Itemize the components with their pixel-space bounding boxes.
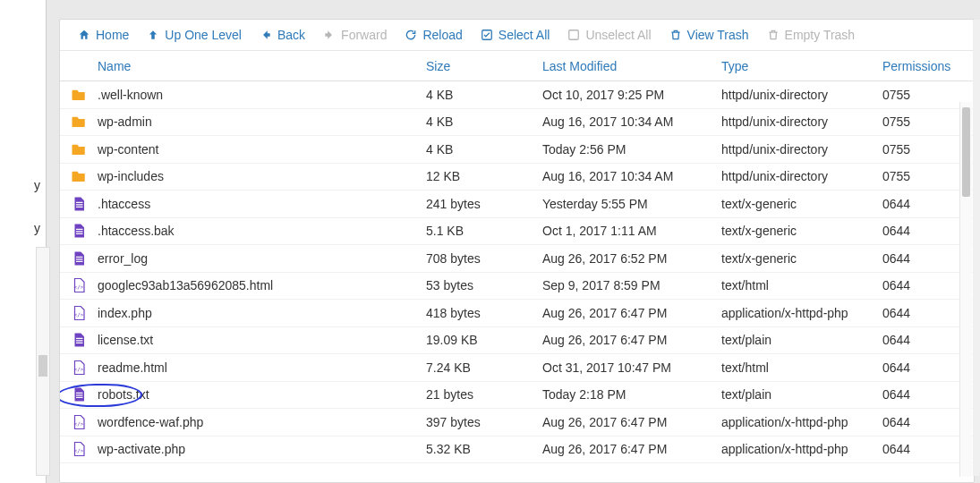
up-level-icon (147, 29, 159, 41)
file-list: .well-known4 KBOct 10, 2017 9:25 PMhttpd… (60, 81, 974, 463)
file-manager-panel: Home Up One Level Back Forward Reload Se… (59, 19, 975, 483)
forward-label: Forward (341, 28, 387, 42)
file-type: httpd/unix-directory (721, 169, 882, 183)
file-modified: Aug 26, 2017 6:47 PM (542, 306, 721, 320)
svg-rect-1 (569, 30, 579, 40)
file-list-scrollbar[interactable] (959, 102, 972, 477)
file-row[interactable]: license.txt19.09 KBAug 26, 2017 6:47 PMt… (60, 327, 974, 355)
file-size: 21 bytes (426, 387, 542, 402)
file-permissions: 0644 (882, 197, 963, 211)
reload-button[interactable]: Reload (396, 24, 471, 46)
doc-icon (71, 250, 87, 267)
column-type[interactable]: Type (721, 59, 882, 73)
folder-icon (71, 114, 87, 130)
file-name: .htaccess.bak (98, 224, 426, 238)
file-name: license.txt (98, 333, 426, 347)
column-size[interactable]: Size (426, 59, 542, 73)
file-name: robots.txt (98, 387, 426, 402)
file-size: 5.1 KB (426, 224, 542, 238)
file-type: httpd/unix-directory (721, 142, 882, 157)
column-last-modified[interactable]: Last Modified (542, 59, 721, 73)
select-all-icon (481, 29, 493, 41)
file-modified: Sep 9, 2017 8:59 PM (542, 278, 721, 292)
file-name: readme.html (98, 360, 426, 375)
unselect-all-button: Unselect All (558, 24, 660, 46)
file-modified: Oct 1, 2017 1:11 AM (542, 224, 721, 238)
file-size: 12 KB (426, 169, 542, 183)
doc-icon (71, 386, 87, 402)
file-row[interactable]: .htaccess241 bytesYesterday 5:55 PMtext/… (60, 191, 974, 218)
scrollbar[interactable] (36, 247, 50, 476)
file-permissions: 0644 (882, 333, 963, 347)
file-row[interactable]: error_log708 bytesAug 26, 2017 6:52 PMte… (60, 245, 974, 273)
doc-icon (71, 196, 87, 212)
unselect-all-label: Unselect All (585, 28, 651, 42)
file-row[interactable]: readme.html7.24 KBOct 31, 2017 10:47 PMt… (60, 354, 974, 382)
column-permissions[interactable]: Permissions (882, 59, 963, 73)
home-icon (78, 29, 90, 41)
column-headers: Name Size Last Modified Type Permissions (60, 51, 974, 81)
doc-icon (71, 223, 87, 239)
file-type: text/x-generic (721, 197, 882, 211)
file-modified: Today 2:56 PM (542, 142, 721, 157)
file-permissions: 0644 (882, 387, 963, 402)
file-row[interactable]: wp-includes12 KBAug 16, 2017 10:34 AMhtt… (60, 164, 974, 191)
file-permissions: 0755 (882, 169, 963, 183)
file-size: 4 KB (426, 142, 542, 157)
file-permissions: 0755 (882, 114, 963, 129)
file-modified: Oct 31, 2017 10:47 PM (542, 360, 721, 375)
file-permissions: 0644 (882, 224, 963, 238)
file-type: text/plain (721, 333, 882, 347)
file-row[interactable]: wordfence-waf.php397 bytesAug 26, 2017 6… (60, 409, 974, 436)
reload-label: Reload (422, 28, 462, 42)
arrow-left-icon (260, 29, 272, 41)
file-row[interactable]: wp-activate.php5.32 KBAug 26, 2017 6:47 … (60, 436, 974, 464)
file-row[interactable]: .well-known4 KBOct 10, 2017 9:25 PMhttpd… (60, 81, 974, 109)
file-permissions: 0644 (882, 251, 963, 266)
file-row[interactable]: googlec93ab13a56962085.html53 bytesSep 9… (60, 273, 974, 301)
doc-icon (71, 332, 87, 348)
view-trash-button[interactable]: View Trash (660, 24, 758, 46)
file-row[interactable]: wp-admin4 KBAug 16, 2017 10:34 AMhttpd/u… (60, 109, 974, 137)
left-fragment: y (34, 178, 40, 192)
file-modified: Yesterday 5:55 PM (542, 197, 721, 211)
file-name: wp-includes (98, 169, 426, 183)
file-row[interactable]: index.php418 bytesAug 26, 2017 6:47 PMap… (60, 300, 974, 327)
file-modified: Aug 16, 2017 10:34 AM (542, 114, 721, 129)
file-row[interactable]: robots.txt21 bytesToday 2:18 PMtext/plai… (60, 382, 974, 410)
home-button[interactable]: Home (69, 24, 138, 46)
file-type: application/x-httpd-php (721, 415, 882, 429)
forward-button: Forward (314, 24, 396, 46)
unselect-all-icon (567, 29, 580, 41)
select-all-button[interactable]: Select All (472, 24, 559, 46)
file-size: 4 KB (426, 114, 542, 129)
back-button[interactable]: Back (251, 24, 314, 46)
file-permissions: 0644 (882, 360, 963, 375)
empty-trash-label: Empty Trash (785, 28, 856, 42)
file-name: googlec93ab13a56962085.html (98, 278, 426, 292)
code-icon (71, 277, 87, 293)
file-permissions: 0644 (882, 278, 963, 292)
code-icon (71, 414, 87, 430)
file-permissions: 0644 (882, 306, 963, 320)
file-type: text/x-generic (721, 224, 882, 238)
file-name: .htaccess (98, 197, 426, 211)
file-size: 5.32 KB (426, 442, 542, 456)
file-size: 7.24 KB (426, 360, 542, 375)
file-row[interactable]: .htaccess.bak5.1 KBOct 1, 2017 1:11 AMte… (60, 218, 974, 246)
file-modified: Aug 26, 2017 6:52 PM (542, 251, 721, 266)
file-modified: Aug 26, 2017 6:47 PM (542, 415, 721, 429)
trash-icon (767, 29, 780, 41)
file-row[interactable]: wp-content4 KBToday 2:56 PMhttpd/unix-di… (60, 136, 974, 164)
file-size: 397 bytes (426, 415, 542, 429)
file-type: httpd/unix-directory (721, 88, 882, 102)
up-label: Up One Level (165, 28, 242, 42)
file-modified: Aug 26, 2017 6:47 PM (542, 333, 721, 347)
scrollbar[interactable] (973, 20, 980, 476)
column-name[interactable]: Name (71, 59, 426, 73)
code-icon (71, 441, 87, 457)
up-one-level-button[interactable]: Up One Level (138, 24, 251, 46)
folder-icon (71, 168, 87, 184)
file-modified: Today 2:18 PM (542, 387, 721, 402)
empty-trash-button: Empty Trash (758, 24, 865, 46)
